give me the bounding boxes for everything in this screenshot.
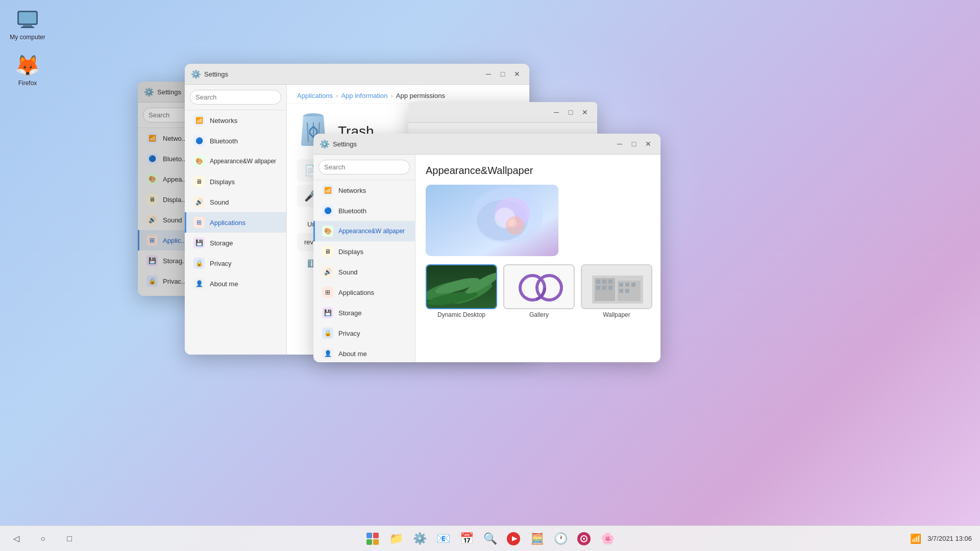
breadcrumb-applications[interactable]: Applications [297, 92, 333, 99]
front-search-input[interactable] [318, 160, 410, 174]
mid-sidebar-displays[interactable]: 🖥 Displays [185, 171, 286, 192]
front-privacy-icon: 🔒 [322, 328, 333, 339]
window-front-content: Appearance&Wallpaper [415, 155, 660, 362]
mid-appearance-icon: 🎨 [193, 156, 205, 167]
front-sound-icon: 🔊 [322, 266, 333, 278]
front-sidebar-displays[interactable]: 🖥 Displays [313, 241, 415, 262]
mid-minimize-btn[interactable]: ─ [482, 68, 495, 80]
mid-close-btn[interactable]: ✕ [511, 68, 523, 80]
mid-sidebar-about[interactable]: 👤 About me [185, 273, 286, 294]
wallpaper-thumb-dynamic[interactable]: Dynamic Desktop [426, 264, 497, 318]
front-displays-icon: 🖥 [322, 246, 333, 257]
wallpaper-thumb-wallpaper[interactable]: Wallpaper [581, 264, 652, 318]
mid-bluetooth-icon: 🔵 [193, 135, 205, 146]
apps-icon-bg: ⊞ [146, 235, 158, 246]
front-maximize-btn[interactable]: □ [628, 138, 640, 150]
front-sidebar-applications[interactable]: ⊞ Applications [313, 282, 415, 303]
front-bluetooth-icon: 🔵 [322, 205, 333, 216]
window-front-controls[interactable]: ─ □ ✕ [614, 138, 654, 150]
window-bg-title: ⚙️ Settings [144, 87, 181, 97]
wallpaper-thumbs-row: Dynamic Desktop [426, 264, 650, 318]
breadcrumb-sep2: › [391, 92, 393, 99]
breadcrumb-sep1: › [336, 92, 338, 99]
window-second-mid: ─ □ ✕ [408, 102, 597, 138]
svg-rect-34 [631, 283, 635, 287]
svg-rect-30 [602, 286, 606, 290]
mid-sidebar-bluetooth[interactable]: 🔵 Bluetooth [185, 131, 286, 151]
mid-maximize-btn[interactable]: □ [497, 68, 509, 80]
taskbar-search[interactable]: 🔍 [479, 528, 501, 549]
taskbar-files[interactable]: 📁 [385, 528, 407, 549]
front-sidebar-appearance[interactable]: 🎨 Appearance&W allpaper [313, 221, 415, 241]
front-sidebar-sound[interactable]: 🔊 Sound [313, 262, 415, 282]
mid-sound-icon: 🔊 [193, 196, 205, 208]
breadcrumb-appinfo[interactable]: App information [341, 92, 387, 99]
front-search-area[interactable] [313, 155, 415, 180]
front-sidebar-privacy[interactable]: 🔒 Privacy [313, 323, 415, 343]
back-button[interactable]: ◁ [8, 531, 24, 547]
desktop-icon-firefox[interactable]: 🦊 Firefox [7, 51, 48, 89]
bluetooth-icon-bg: 🔵 [146, 153, 158, 164]
settings-gear-icon-mid: ⚙️ [191, 69, 201, 79]
wifi-icon: 📶 [910, 533, 921, 544]
front-sidebar-storage[interactable]: 💾 Storage [313, 303, 415, 323]
taskbar-email[interactable]: 📧 [432, 528, 454, 549]
svg-rect-36 [625, 289, 629, 293]
front-apps-icon: ⊞ [322, 287, 333, 298]
taskbar-media[interactable] [503, 528, 524, 549]
svg-rect-38 [373, 533, 379, 538]
taskbar-app-icons: 📁 ⚙️ 📧 📅 🔍 🧮 🕐 🌸 [362, 528, 618, 549]
front-minimize-btn[interactable]: ─ [614, 138, 626, 150]
window-front-titlebar: ⚙️ Settings ─ □ ✕ [313, 134, 660, 155]
front-sidebar-networks[interactable]: 📶 Networks [313, 180, 415, 201]
front-sidebar-about[interactable]: 👤 About me [313, 343, 415, 362]
svg-point-11 [508, 219, 517, 227]
mid-networks-icon: 📶 [193, 115, 205, 126]
window-2nd-titlebar: ─ □ ✕ [408, 102, 597, 123]
mid-about-icon: 👤 [193, 278, 205, 289]
front-close-btn[interactable]: ✕ [642, 138, 654, 150]
svg-rect-39 [366, 539, 372, 545]
window-front-settings[interactable]: ⚙️ Settings ─ □ ✕ 📶 Networks 🔵 [313, 134, 660, 362]
taskbar-calendar[interactable]: 📅 [456, 528, 477, 549]
front-storage-icon: 💾 [322, 307, 333, 318]
taskbar-calculator[interactable]: 🧮 [526, 528, 548, 549]
recent-button[interactable]: □ [61, 531, 78, 547]
window-mid-controls[interactable]: ─ □ ✕ [482, 68, 523, 80]
mid-storage-icon: 💾 [193, 237, 205, 248]
taskbar-photos[interactable]: 🌸 [597, 528, 618, 549]
mid-sidebar-applications[interactable]: ⊞ Applications [185, 212, 286, 233]
svg-rect-32 [619, 283, 623, 287]
taskbar-app-grid[interactable] [362, 528, 383, 549]
appearance-title: Appearance&Wallpaper [426, 165, 650, 177]
wallpaper-main-preview [426, 185, 558, 256]
svg-rect-1 [19, 12, 36, 23]
front-about-icon: 👤 [322, 348, 333, 359]
mid-sidebar-networks[interactable]: 📶 Networks [185, 110, 286, 131]
taskbar-clock[interactable]: 🕐 [550, 528, 571, 549]
wallpaper-thumb-gallery[interactable]: Gallery [503, 264, 575, 318]
window-front-sidebar[interactable]: 📶 Networks 🔵 Bluetooth 🎨 Appearance&W al… [313, 155, 415, 362]
svg-rect-31 [608, 286, 612, 290]
svg-rect-3 [21, 27, 34, 28]
mid-sidebar-privacy[interactable]: 🔒 Privacy [185, 253, 286, 273]
taskbar-music[interactable] [573, 528, 595, 549]
taskbar-settings[interactable]: ⚙️ [409, 528, 430, 549]
front-sidebar-bluetooth[interactable]: 🔵 Bluetooth [313, 201, 415, 221]
window-mid-sidebar[interactable]: 📶 Networks 🔵 Bluetooth 🎨 Appearance&W al… [185, 85, 287, 355]
wallpaper-label: Wallpaper [581, 311, 652, 318]
mid-sidebar-appearance[interactable]: 🎨 Appearance&W allpaper [185, 151, 286, 171]
home-button[interactable]: ○ [35, 531, 51, 547]
window-mid-title: ⚙️ Settings [191, 69, 228, 79]
svg-rect-26 [596, 280, 600, 284]
mid-sidebar-storage[interactable]: 💾 Storage [185, 233, 286, 253]
desktop-icon-mycomputer[interactable]: My computer [7, 5, 48, 43]
svg-rect-35 [619, 289, 623, 293]
window-mid-titlebar: ⚙️ Settings ─ □ ✕ [185, 64, 529, 85]
svg-rect-2 [23, 24, 32, 27]
mid-search-area[interactable] [185, 85, 286, 110]
networks-icon-bg: 📶 [146, 133, 158, 144]
mid-sidebar-sound[interactable]: 🔊 Sound [185, 192, 286, 212]
mid-search-input[interactable] [190, 90, 281, 105]
datetime-display: 3/7/2021 13:06 [927, 535, 972, 542]
